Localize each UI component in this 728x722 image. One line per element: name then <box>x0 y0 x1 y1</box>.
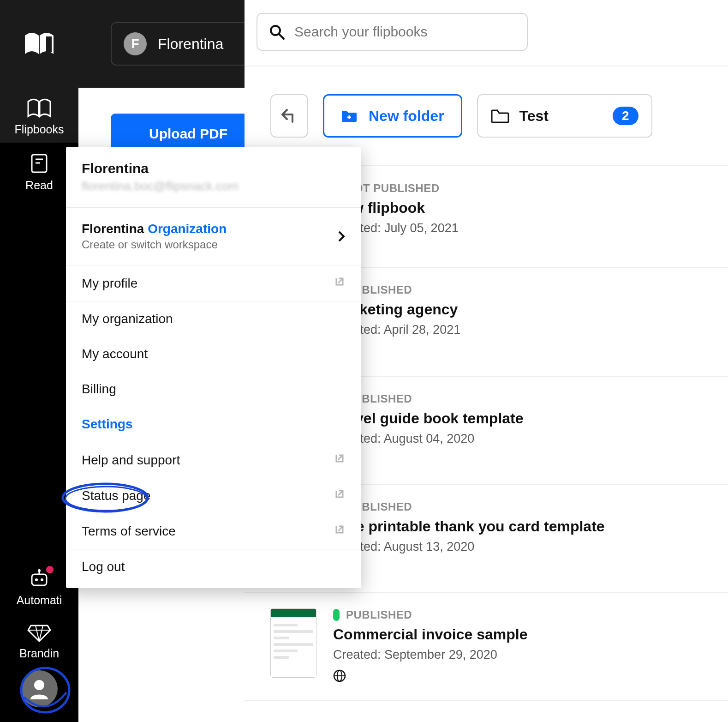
nav-branding-label: Brandin <box>19 647 59 660</box>
flipbook-row[interactable]: PUBLISHED Commercial invoice sample Crea… <box>245 593 728 701</box>
flipbook-thumbnail <box>270 608 316 678</box>
back-arrow-icon <box>280 108 298 124</box>
svg-point-8 <box>34 680 44 690</box>
flipbook-created: Created: August 13, 2020 <box>333 540 605 554</box>
diamond-icon <box>27 624 51 642</box>
menu-my-organization-label: My organization <box>82 312 173 326</box>
chevron-right-icon <box>337 230 346 243</box>
menu-billing[interactable]: Billing <box>66 372 361 407</box>
nav-read-label: Read <box>25 179 53 192</box>
user-avatar-button[interactable] <box>16 667 62 711</box>
folder-plus-icon <box>341 109 358 123</box>
workspace-avatar: F <box>124 32 147 55</box>
flipbook-title: Free printable thank you card template <box>333 518 605 535</box>
popover-org-sub: Create or switch workspace <box>82 238 337 251</box>
popover-org-switcher[interactable]: Florentina Organization Create or switch… <box>66 208 361 265</box>
menu-my-account-label: My account <box>82 347 148 361</box>
status-indicator <box>333 609 340 621</box>
flipbook-title: Travel guide book template <box>333 410 524 427</box>
visibility-icon <box>333 561 605 576</box>
menu-my-profile[interactable]: My profile <box>66 265 361 301</box>
folder-count-badge: 2 <box>613 107 638 125</box>
menu-settings[interactable]: Settings <box>66 407 361 442</box>
read-icon <box>30 153 48 174</box>
new-folder-button[interactable]: New folder <box>323 94 462 138</box>
search-icon <box>269 24 285 40</box>
popover-user-email: florentina.boc@flipsnack.com <box>82 179 346 193</box>
external-link-icon <box>334 452 346 468</box>
flipbooks-icon <box>26 98 52 118</box>
folder-chip[interactable]: Test 2 <box>477 94 652 138</box>
popover-org-prefix: Florentina <box>82 222 144 236</box>
menu-my-organization[interactable]: My organization <box>66 301 361 337</box>
menu-settings-label: Settings <box>82 417 132 432</box>
svg-point-4 <box>35 578 38 581</box>
svg-line-10 <box>279 34 284 39</box>
menu-my-account[interactable]: My account <box>66 337 361 372</box>
nav-branding[interactable]: Brandin <box>0 614 78 667</box>
upload-pdf-label: Upload PDF <box>111 126 247 142</box>
menu-billing-label: Billing <box>82 382 116 397</box>
popover-user-name: Florentina <box>82 161 346 176</box>
app-logo[interactable] <box>0 0 78 88</box>
menu-logout[interactable]: Log out <box>66 549 361 584</box>
flipbook-created: Created: August 04, 2020 <box>333 432 524 446</box>
popover-org-word: Organization <box>148 222 227 236</box>
user-menu-popover: Florentina florentina.boc@flipsnack.com … <box>66 147 361 588</box>
popover-user-section: Florentina florentina.boc@flipsnack.com <box>66 147 361 207</box>
flipbook-title: Commercial invoice sample <box>333 626 528 643</box>
menu-help[interactable]: Help and support <box>66 442 361 478</box>
external-link-icon <box>334 276 346 291</box>
visibility-icon <box>333 453 524 468</box>
notification-dot <box>46 566 54 573</box>
menu-help-label: Help and support <box>82 453 180 468</box>
person-icon <box>28 677 51 700</box>
status-label: PUBLISHED <box>346 608 412 621</box>
menu-logout-label: Log out <box>82 560 125 574</box>
external-link-icon <box>334 488 346 503</box>
nav-automation-label: Automati <box>17 594 62 607</box>
nav-flipbooks-label: Flipbooks <box>15 123 64 136</box>
svg-point-7 <box>38 569 41 572</box>
new-folder-label: New folder <box>369 108 444 125</box>
menu-status-page-label: Status page <box>82 488 150 503</box>
workspace-name: Florentina <box>158 36 223 53</box>
menu-terms-label: Terms of service <box>82 524 176 539</box>
folder-icon <box>491 108 509 123</box>
svg-point-5 <box>41 578 43 581</box>
menu-terms[interactable]: Terms of service <box>66 513 361 549</box>
external-link-icon <box>334 523 346 539</box>
folder-name: Test <box>519 108 549 125</box>
search-input[interactable] <box>294 24 516 40</box>
search-field[interactable] <box>257 13 528 51</box>
menu-status-page[interactable]: Status page <box>66 478 361 513</box>
flipbook-created: Created: September 29, 2020 <box>333 648 528 662</box>
visibility-icon <box>333 669 528 684</box>
menu-my-profile-label: My profile <box>82 276 137 291</box>
nav-flipbooks[interactable]: Flipbooks <box>0 88 78 143</box>
book-logo-icon <box>23 31 55 57</box>
svg-rect-3 <box>32 574 47 585</box>
back-button[interactable] <box>270 94 308 138</box>
